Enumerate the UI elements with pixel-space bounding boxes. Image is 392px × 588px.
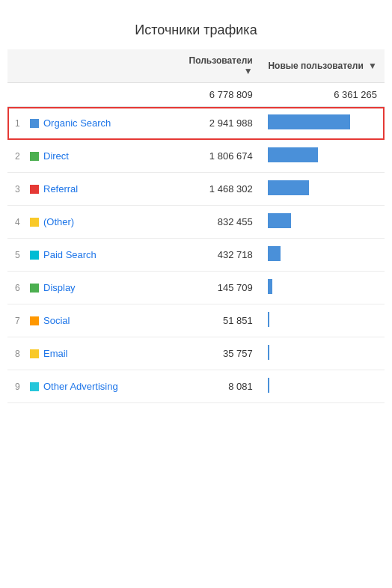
rank-number: 9 bbox=[15, 382, 25, 392]
source-color-icon bbox=[30, 251, 39, 260]
users-value: 2 941 988 bbox=[177, 107, 260, 140]
source-color-icon bbox=[30, 349, 39, 358]
bar-chart bbox=[268, 246, 281, 261]
source-name[interactable]: Display bbox=[43, 282, 76, 293]
source-cell: 5Paid Search bbox=[7, 239, 177, 272]
users-value: 1 806 674 bbox=[177, 140, 260, 173]
source-name[interactable]: Direct bbox=[43, 150, 69, 162]
bar-cell bbox=[260, 173, 385, 206]
source-name[interactable]: Organic Search bbox=[43, 117, 111, 129]
source-name[interactable]: Paid Search bbox=[43, 249, 97, 260]
bar-chart bbox=[268, 147, 318, 162]
bar-cell bbox=[260, 272, 385, 304]
bar-chart bbox=[268, 378, 269, 393]
bar-cell bbox=[260, 206, 385, 239]
total-new-users: 6 361 265 bbox=[260, 83, 385, 107]
users-value: 832 455 bbox=[177, 206, 260, 239]
source-color-icon bbox=[30, 316, 39, 325]
table-row: 5Paid Search432 718 bbox=[7, 239, 385, 272]
traffic-table-wrapper: Пользователи ▼ Новые пользователи ▼ 6 77… bbox=[7, 49, 385, 403]
table-row: 7Social51 851 bbox=[7, 304, 385, 337]
bar-cell bbox=[260, 370, 385, 403]
total-users: 6 778 809 bbox=[177, 83, 260, 107]
new-users-label: Новые пользователи bbox=[268, 61, 363, 71]
source-name[interactable]: (Other) bbox=[43, 216, 74, 227]
total-new-users-value: 6 361 265 bbox=[334, 89, 377, 100]
bar-chart bbox=[268, 279, 272, 294]
rank-number: 6 bbox=[15, 283, 25, 293]
bar-chart bbox=[268, 213, 291, 228]
source-name[interactable]: Referral bbox=[43, 183, 78, 195]
page-container: Источники трафика Пользователи ▼ Новые п… bbox=[0, 0, 392, 418]
table-body: 6 778 809 6 361 265 1Organic Search2 941… bbox=[7, 83, 385, 403]
header-users[interactable]: Пользователи ▼ bbox=[177, 49, 260, 83]
users-value: 51 851 bbox=[177, 304, 260, 337]
bar-chart bbox=[268, 180, 309, 195]
source-cell: 3Referral bbox=[7, 173, 177, 206]
table-row: 1Organic Search2 941 988 bbox=[7, 107, 385, 140]
source-cell: 9Other Advertising bbox=[7, 370, 177, 403]
bar-chart bbox=[268, 114, 350, 129]
bar-cell bbox=[260, 107, 385, 140]
source-cell: 6Display bbox=[7, 272, 177, 304]
bar-cell bbox=[260, 140, 385, 173]
page-title: Источники трафика bbox=[7, 7, 385, 49]
rank-number: 2 bbox=[15, 151, 25, 162]
source-cell: 8Email bbox=[7, 337, 177, 370]
rank-number: 1 bbox=[15, 118, 25, 129]
users-value: 432 718 bbox=[177, 239, 260, 272]
traffic-table: Пользователи ▼ Новые пользователи ▼ 6 77… bbox=[7, 49, 385, 403]
source-cell: 7Social bbox=[7, 304, 177, 337]
table-row: 8Email35 757 bbox=[7, 337, 385, 370]
source-cell: 2Direct bbox=[7, 140, 177, 173]
sort-arrow-icon: ▼ bbox=[244, 66, 253, 76]
users-value: 8 081 bbox=[177, 370, 260, 403]
bar-chart bbox=[268, 345, 269, 360]
source-color-icon bbox=[30, 284, 39, 293]
new-users-sort-icon: ▼ bbox=[368, 61, 377, 71]
source-name[interactable]: Email bbox=[43, 348, 68, 359]
table-row: 3Referral1 468 302 bbox=[7, 173, 385, 206]
total-row: 6 778 809 6 361 265 bbox=[7, 83, 385, 107]
total-source-cell bbox=[7, 83, 177, 107]
source-color-icon bbox=[30, 152, 39, 161]
rank-number: 3 bbox=[15, 184, 25, 195]
users-value: 1 468 302 bbox=[177, 173, 260, 206]
source-cell: 4(Other) bbox=[7, 206, 177, 239]
rank-number: 8 bbox=[15, 349, 25, 359]
users-value: 145 709 bbox=[177, 272, 260, 304]
table-header-row: Пользователи ▼ Новые пользователи ▼ bbox=[7, 49, 385, 83]
source-cell: 1Organic Search bbox=[7, 107, 177, 140]
table-row: 2Direct1 806 674 bbox=[7, 140, 385, 173]
source-color-icon bbox=[30, 185, 39, 194]
bar-cell bbox=[260, 239, 385, 272]
bar-cell bbox=[260, 337, 385, 370]
rank-number: 5 bbox=[15, 250, 25, 260]
bar-chart bbox=[268, 312, 269, 327]
bar-cell bbox=[260, 304, 385, 337]
source-name[interactable]: Other Advertising bbox=[43, 381, 118, 392]
table-row: 6Display145 709 bbox=[7, 272, 385, 304]
table-row: 9Other Advertising8 081 bbox=[7, 370, 385, 403]
source-name[interactable]: Social bbox=[43, 315, 70, 326]
source-color-icon bbox=[30, 382, 39, 391]
table-row: 4(Other)832 455 bbox=[7, 206, 385, 239]
source-color-icon bbox=[30, 119, 39, 128]
header-source bbox=[7, 49, 177, 83]
rank-number: 4 bbox=[15, 217, 25, 227]
source-color-icon bbox=[30, 218, 39, 227]
users-value: 35 757 bbox=[177, 337, 260, 370]
header-new-users[interactable]: Новые пользователи ▼ bbox=[260, 49, 385, 83]
rank-number: 7 bbox=[15, 316, 25, 326]
